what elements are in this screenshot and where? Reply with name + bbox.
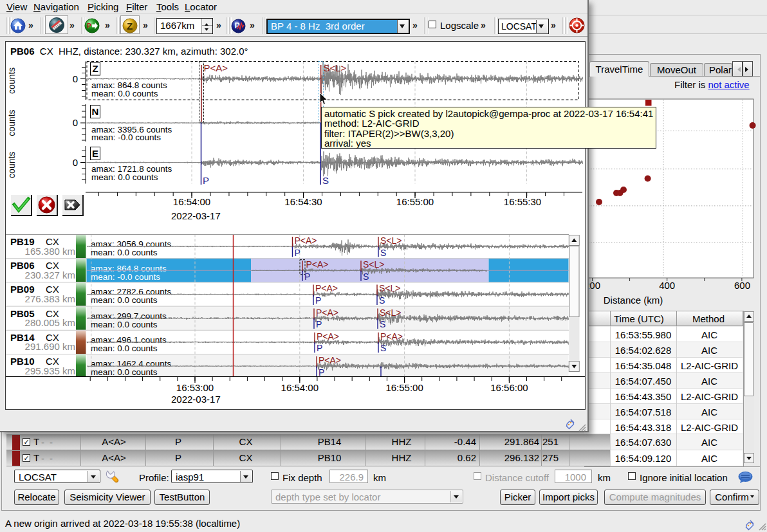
svg-text:280.005 km: 280.005 km [25,317,75,328]
svg-text:P: P [319,367,324,378]
svg-text:S: S [380,319,385,329]
svg-text:P<A>: P<A> [319,355,341,365]
svg-text:S: S [380,343,386,353]
svg-text:S<L>: S<L> [380,307,401,318]
svg-text:S<L>: S<L> [380,235,402,246]
svg-text:P<A>: P<A> [306,259,329,270]
svg-text:400: 400 [659,280,675,291]
svg-text:mean: 0.0 counts: mean: 0.0 counts [91,172,158,182]
svg-text:Distance (km): Distance (km) [604,295,663,306]
svg-text:291.690 km: 291.690 km [25,341,75,352]
svg-text:0: 0 [73,73,78,84]
svg-text:2022-03-17: 2022-03-17 [171,394,221,405]
svg-text:S<L>: S<L> [379,283,400,293]
svg-text:16:54:00: 16:54:00 [281,382,319,393]
svg-text:Z: Z [92,63,98,74]
svg-text:600: 600 [734,280,750,291]
svg-text:16:55:30: 16:55:30 [504,196,541,207]
svg-text:N: N [92,106,99,117]
svg-text:16:55:00: 16:55:00 [396,196,434,207]
svg-text:0: 0 [73,157,78,168]
svg-text:E: E [92,148,98,159]
svg-text:P: P [295,248,300,258]
svg-text:16:56:00: 16:56:00 [490,382,528,393]
svg-text:S: S [379,295,385,306]
svg-text:S: S [322,175,329,186]
svg-text:295.935 km: 295.935 km [25,365,75,376]
svg-text:16:53:00: 16:53:00 [176,382,214,393]
svg-text:2022-03-17: 2022-03-17 [171,210,221,221]
svg-text:P: P [203,175,209,186]
svg-text:counts: counts [6,109,17,136]
svg-text:mean: 0.0 counts: mean: 0.0 counts [91,344,158,353]
svg-text:16:55:00: 16:55:00 [385,382,423,393]
svg-text:P<A>: P<A> [295,235,317,246]
svg-text:16:54:30: 16:54:30 [284,196,322,207]
svg-text:mean: 0.0 counts: mean: 0.0 counts [91,320,158,329]
svg-text:P: P [317,343,322,353]
svg-text:P<A>: P<A> [204,62,228,73]
svg-text:P: P [304,271,310,282]
svg-text:230.327 km: 230.327 km [25,270,75,280]
svg-text:mean: 0.0 counts: mean: 0.0 counts [91,295,158,305]
svg-text:276.383 km: 276.383 km [25,293,75,304]
svg-text:P<A>: P<A> [315,283,338,293]
svg-text:mean: 0.0 counts: mean: 0.0 counts [91,367,158,377]
svg-text:P: P [316,319,322,329]
svg-text:S: S [363,271,369,282]
svg-text:counts: counts [6,152,17,178]
svg-text:P<A>: P<A> [317,331,339,342]
svg-text:mean: -0.0 counts: mean: -0.0 counts [91,133,161,142]
svg-text:S<L>: S<L> [363,259,384,270]
svg-text:mean: 0.0 counts: mean: 0.0 counts [91,248,158,257]
svg-text:counts: counts [6,68,17,94]
svg-text:P<A>: P<A> [316,307,338,318]
svg-text:P<A>: P<A> [380,331,403,342]
svg-text:165.380 km: 165.380 km [25,246,75,257]
svg-text:P: P [315,295,321,306]
svg-text:S: S [380,248,386,258]
svg-text:S<L>: S<L> [324,62,347,73]
svg-text:mean: -0.0 counts: mean: -0.0 counts [91,272,160,282]
svg-text:mean: 0.0 counts: mean: 0.0 counts [91,89,158,98]
svg-text:16:54:00: 16:54:00 [173,196,210,207]
svg-text:0: 0 [73,117,78,128]
